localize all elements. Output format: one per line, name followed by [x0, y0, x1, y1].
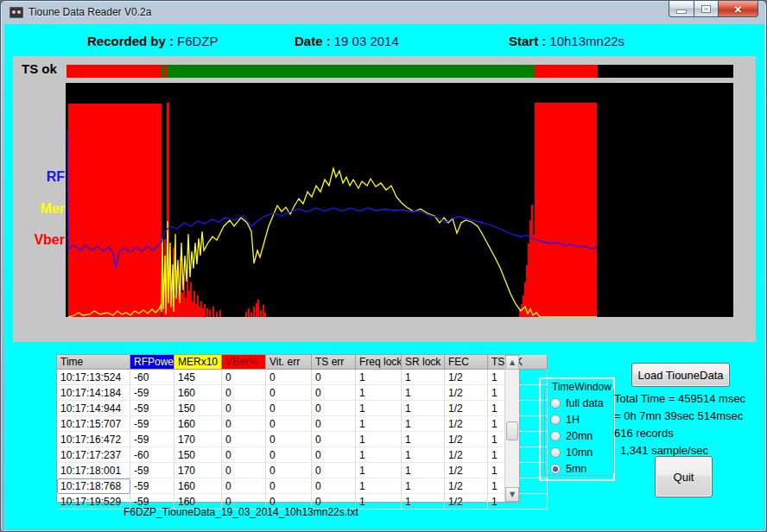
table-cell[interactable]: -59	[130, 385, 174, 401]
table-cell[interactable]: 0	[312, 385, 356, 401]
vber-bar	[250, 313, 252, 317]
minimize-button[interactable]	[669, 1, 694, 17]
table-cell[interactable]: 0	[266, 401, 312, 416]
vber-bar	[253, 307, 255, 317]
table-cell[interactable]: 1	[402, 463, 445, 478]
table-cell[interactable]: 0	[312, 478, 356, 494]
scrollbar-thumb[interactable]	[506, 421, 518, 440]
table-cell[interactable]: 1	[356, 385, 402, 401]
table-cell[interactable]: 0	[266, 385, 312, 401]
table-cell[interactable]: 1/2	[445, 447, 488, 463]
table-cell[interactable]: 1	[402, 416, 445, 432]
table-cell[interactable]: 1	[402, 478, 445, 494]
table-cell[interactable]: 0	[312, 447, 356, 463]
table-cell[interactable]: -59	[130, 463, 174, 478]
table-cell[interactable]: 1/2	[445, 478, 488, 494]
table-cell[interactable]: -59	[130, 401, 174, 416]
table-cell[interactable]: 1	[402, 401, 445, 416]
table-cell[interactable]: 0	[266, 416, 312, 432]
table-cell[interactable]: 10:17:18:001	[57, 463, 130, 478]
table-cell[interactable]: 145	[174, 370, 222, 385]
vber-bar	[202, 308, 204, 317]
table-cell[interactable]: 1/2	[445, 401, 488, 416]
table-cell[interactable]: 150	[174, 447, 222, 463]
table-cell[interactable]: 0	[266, 370, 312, 385]
table-cell[interactable]: 0	[222, 385, 266, 401]
table-cell[interactable]: -59	[130, 432, 174, 447]
table-cell[interactable]: 0	[312, 401, 356, 416]
table-cell[interactable]: 1	[356, 416, 402, 432]
table-cell[interactable]: 0	[266, 463, 312, 478]
radio-icon	[550, 415, 561, 425]
table-cell[interactable]: 1/2	[445, 494, 488, 510]
table-cell[interactable]: 1	[402, 432, 445, 447]
table-cell[interactable]: 160	[174, 416, 222, 432]
table-cell[interactable]: 170	[174, 432, 222, 447]
maximize-button[interactable]	[694, 1, 719, 17]
table-cell[interactable]: -60	[130, 370, 174, 385]
table-cell[interactable]: 150	[174, 401, 222, 416]
scroll-up-icon[interactable]: ▲	[505, 355, 519, 370]
table-cell[interactable]: 10:17:19:529	[57, 494, 130, 510]
table-cell[interactable]: 0	[222, 478, 266, 494]
table-cell[interactable]: 1/2	[445, 370, 488, 385]
table-cell[interactable]: 10:17:15:707	[57, 416, 130, 432]
table-cell[interactable]: 10:17:16:472	[57, 432, 130, 447]
table-cell[interactable]: 1	[402, 494, 445, 510]
table-cell[interactable]: 1	[402, 447, 445, 463]
table-cell[interactable]: 1/2	[445, 385, 488, 401]
table-cell[interactable]: 1	[356, 432, 402, 447]
table-cell[interactable]: 0	[266, 432, 312, 447]
table-cell[interactable]: 1/2	[445, 463, 488, 478]
table-cell[interactable]: 1	[356, 370, 402, 385]
table-cell[interactable]: 1/2	[445, 416, 488, 432]
radio-1H[interactable]: 1H	[550, 412, 613, 428]
table-cell[interactable]: 1/2	[445, 432, 488, 447]
table-cell[interactable]: 0	[266, 478, 312, 494]
table-cell[interactable]: 0	[266, 447, 312, 463]
radio-full-data[interactable]: full data	[550, 396, 613, 411]
vber-bar	[260, 310, 262, 317]
table-cell[interactable]: 10:17:13:524	[57, 370, 130, 385]
table-cell[interactable]: 0	[312, 432, 356, 447]
table-cell[interactable]: 10:17:17:237	[57, 447, 130, 463]
table-cell[interactable]: 160	[174, 478, 222, 494]
table-cell[interactable]: 1	[356, 447, 402, 463]
table-cell[interactable]: 0	[222, 432, 266, 447]
start-value: 10h13mn22s	[549, 34, 624, 48]
table-cell[interactable]: 1	[402, 370, 445, 385]
table-cell[interactable]: 170	[174, 463, 222, 478]
table-cell[interactable]: -60	[130, 447, 174, 463]
radio-5mn[interactable]: 5mn	[550, 461, 613, 477]
table-cell[interactable]: 0	[222, 463, 266, 478]
table-cell[interactable]: 0	[312, 416, 356, 432]
load-tiounedata-button[interactable]: Load TiouneData	[631, 363, 730, 387]
table-cell[interactable]: 1	[356, 463, 402, 478]
quit-button[interactable]: Quit	[655, 456, 713, 497]
table-cell[interactable]: 10:17:14:944	[57, 401, 130, 416]
table-cell[interactable]: 0	[222, 401, 266, 416]
table-cell[interactable]: 0	[222, 416, 266, 432]
scroll-down-icon[interactable]: ▼	[505, 487, 519, 502]
table-scrollbar[interactable]: ▲ ▼	[504, 355, 519, 502]
close-button[interactable]: ×	[719, 1, 758, 17]
ts-segment	[67, 65, 162, 78]
radio-10mn[interactable]: 10mn	[550, 445, 613, 460]
table-cell[interactable]: 1	[356, 494, 402, 510]
table-cell[interactable]: 160	[174, 385, 222, 401]
table-cell[interactable]: 0	[312, 463, 356, 478]
table-cell[interactable]: -59	[130, 478, 174, 494]
table-cell[interactable]: 1	[356, 478, 402, 494]
table-cell[interactable]: -59	[130, 416, 174, 432]
table-cell[interactable]: 1	[402, 385, 445, 401]
radio-icon	[550, 431, 561, 441]
table-cell[interactable]: 0	[222, 370, 266, 385]
table-cell[interactable]: 0	[222, 447, 266, 463]
vber-bar	[192, 301, 193, 317]
table-cell[interactable]: 0	[312, 370, 356, 385]
radio-20mn[interactable]: 20mn	[550, 428, 613, 444]
table-cell[interactable]: 1	[356, 401, 402, 416]
table-cell[interactable]: 10:17:18:768	[57, 478, 130, 494]
titlebar[interactable]: Tioune Data Reader V0.2a ×	[1, 1, 766, 24]
table-cell[interactable]: 10:17:14:184	[57, 385, 130, 401]
